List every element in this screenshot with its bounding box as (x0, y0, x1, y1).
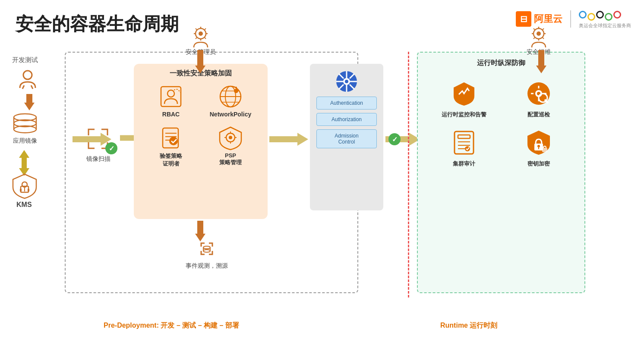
olympics-rings (579, 9, 631, 21)
sign-policy-item: 验签策略证明者 (143, 125, 199, 168)
admission-control-box: AdmissionControl (316, 129, 377, 148)
svg-marker-13 (73, 133, 111, 146)
svg-rect-11 (20, 189, 22, 191)
svg-marker-35 (269, 133, 308, 146)
runtime-admin-arrow (536, 50, 546, 73)
arrow-down-1 (24, 94, 35, 110)
svg-line-73 (205, 28, 206, 30)
svg-line-88 (534, 28, 535, 30)
svg-rect-58 (458, 135, 470, 138)
dev-person-icon (16, 69, 39, 93)
rbac-item: RBAC (143, 84, 199, 118)
pre-deploy-label: Pre-Deployment: 开发 – 测试 – 构建 – 部署 (104, 321, 239, 330)
svg-point-82 (537, 31, 541, 36)
brand-name: 阿里云 (534, 13, 562, 25)
svg-point-64 (537, 145, 540, 147)
svg-point-77 (203, 246, 210, 249)
svg-line-2 (31, 85, 33, 89)
aliyun-logo: ⊟ 阿里云 (516, 11, 562, 27)
svg-point-0 (23, 71, 32, 79)
rbac-label: RBAC (162, 111, 180, 118)
ring-yellow (587, 13, 595, 21)
dev-test-label: 开发测试 (12, 56, 38, 64)
svg-line-76 (196, 38, 197, 39)
networkpolicy-label: NetworkPolicy (210, 111, 251, 118)
runtime-title: 运行时纵深防御 (418, 59, 584, 68)
big-arrow-2 (269, 133, 308, 147)
svg-line-87 (543, 28, 544, 30)
config-check-label: 配置巡检 (527, 111, 550, 119)
svg-point-68 (199, 31, 203, 36)
aliyun-icon: ⊟ (516, 11, 531, 27)
app-image-icon (12, 113, 38, 136)
runtime-label: Runtime 运行时刻 (440, 321, 497, 330)
audit-label: 集群审计 (453, 160, 475, 168)
double-arrow-updown (19, 150, 29, 176)
app-image-label: 应用镜像 (12, 137, 38, 145)
ring-red (613, 11, 621, 19)
svg-line-74 (196, 28, 197, 30)
svg-point-62 (465, 146, 470, 151)
encryption-label: 密钥加密 (527, 160, 550, 168)
page-title: 安全的容器生命周期 (16, 12, 179, 36)
authorization-box: Authorization (316, 113, 377, 126)
separator-line (408, 52, 409, 297)
runtime-box: 运行时纵深防御 运行时监控和告警 (417, 52, 585, 293)
olympics-area: 奥运会全球指定云服务商 (579, 9, 631, 29)
ring-blue (579, 11, 587, 19)
ring-black (596, 11, 604, 19)
svg-point-30 (229, 136, 232, 139)
monitoring-item: 运行时监控和告警 (430, 80, 498, 119)
svg-line-89 (543, 38, 544, 39)
sign-policy-label: 验签策略证明者 (160, 152, 182, 168)
svg-rect-12 (28, 189, 29, 191)
policy-box: 一致性安全策略加固 RBAC (134, 64, 268, 219)
svg-line-75 (205, 38, 206, 39)
k8s-box: Authentication Authorization AdmissionCo… (310, 64, 383, 210)
svg-point-28 (169, 137, 178, 145)
kms-label: KMS (16, 201, 32, 209)
config-check-item: 配置巡检 (505, 80, 572, 119)
ring-green (605, 13, 612, 21)
scan-label: 镜像扫描 (81, 155, 116, 163)
logo-divider (570, 10, 571, 28)
svg-point-15 (167, 90, 174, 97)
svg-point-38 (345, 80, 348, 83)
admin-arrow-down (195, 50, 205, 73)
audit-item: 集群审计 (430, 129, 498, 168)
svg-rect-66 (542, 148, 547, 152)
big-arrow-1 (73, 133, 111, 147)
event-area: 事件观测，溯源 (186, 237, 228, 270)
encryption-item: 密钥加密 (505, 129, 572, 168)
kms-icon (11, 172, 38, 201)
monitoring-label: 运行时监控和告警 (442, 111, 486, 119)
logo-subtitle: 奥运会全球指定云服务商 (579, 22, 631, 29)
k8s-check: ✓ (388, 133, 401, 145)
authentication-box: Authentication (316, 97, 377, 110)
svg-line-1 (22, 85, 24, 89)
networkpolicy-item: NetworkPolicy (203, 84, 258, 118)
psp-label: PSP策略管理 (219, 152, 242, 166)
event-label: 事件观测，溯源 (186, 262, 228, 270)
svg-point-78 (203, 250, 210, 252)
svg-line-90 (534, 38, 535, 39)
page-container: 安全的容器生命周期 ⊟ 阿里云 奥运会全球指定云服务商 开发测试 (0, 0, 644, 338)
psp-item: PSP策略管理 (203, 125, 258, 168)
